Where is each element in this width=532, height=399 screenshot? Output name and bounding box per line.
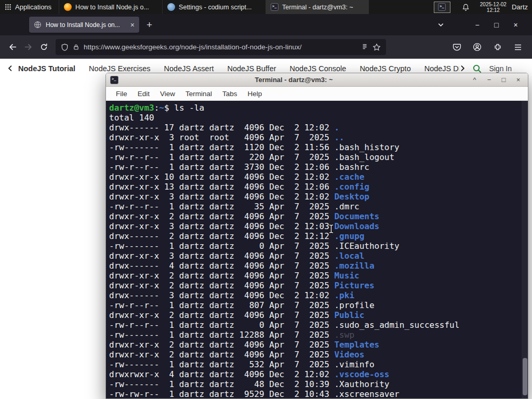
terminal-maximize-button[interactable]: □ bbox=[498, 76, 509, 84]
site-nav-item[interactable]: NodeJS Console bbox=[290, 64, 347, 73]
site-nav-item[interactable]: NodeJS Tutorial bbox=[18, 64, 75, 73]
file-attrs: drwxr-xr-x 3 dartz dartz 4096 Dec 2 12:0… bbox=[109, 192, 334, 202]
file-attrs: -rw------- 1 dartz dartz 12288 Apr 7 202… bbox=[109, 330, 334, 340]
menu-view[interactable]: View bbox=[155, 90, 180, 98]
site-nav-item[interactable]: NodeJS DNS bbox=[424, 64, 460, 73]
terminal-icon bbox=[438, 3, 446, 11]
firefox-icon bbox=[64, 3, 72, 11]
terminal-scrollbar-thumb[interactable] bbox=[523, 358, 527, 395]
terminal-line: drwxr-xr-x 3 dartz dartz 4096 Apr 7 2025… bbox=[109, 251, 521, 261]
bookmark-star-icon[interactable] bbox=[373, 43, 381, 51]
file-attrs: -rw------- 1 dartz dartz 48 Dec 2 10:39 bbox=[109, 379, 334, 389]
file-attrs: -rw-r--r-- 1 dartz dartz 807 Apr 7 2025 bbox=[109, 300, 334, 310]
file-attrs: -rw------- 1 dartz dartz 0 Apr 7 2025 bbox=[109, 241, 334, 251]
nav-chevron-right-icon[interactable] bbox=[459, 64, 466, 72]
taskbar-window-firefox[interactable]: How to Install Node.js o... bbox=[59, 0, 162, 14]
menu-tabs[interactable]: Tabs bbox=[217, 90, 243, 98]
reader-mode-icon[interactable] bbox=[361, 43, 368, 51]
forward-button[interactable] bbox=[20, 39, 36, 55]
file-name: .bash_logout bbox=[334, 152, 394, 162]
browser-maximize-button[interactable]: □ bbox=[487, 21, 506, 29]
terminal-close-button[interactable]: × bbox=[513, 76, 524, 84]
file-attrs: drwxr-xr-x 2 dartz dartz 4096 Apr 7 2025 bbox=[109, 350, 334, 360]
terminal-shade-button[interactable]: ^ bbox=[469, 76, 480, 84]
site-nav-item[interactable]: NodeJS Assert bbox=[164, 64, 214, 73]
tracking-protection-shield-icon[interactable] bbox=[61, 43, 69, 51]
terminal-line: drwxr-xr-x 2 dartz dartz 4096 Apr 7 2025… bbox=[109, 271, 521, 281]
browser-close-button[interactable]: × bbox=[506, 21, 525, 29]
terminal-minimize-button[interactable]: − bbox=[484, 76, 495, 84]
applications-grid-icon bbox=[5, 4, 11, 10]
sign-in-button[interactable]: Sign In bbox=[489, 64, 512, 73]
menu-terminal[interactable]: Terminal bbox=[180, 90, 217, 98]
taskbar-window-title: How to Install Node.js o... bbox=[75, 4, 149, 11]
extensions-puzzle-icon bbox=[494, 43, 502, 51]
menu-file[interactable]: File bbox=[111, 90, 132, 98]
terminal-line: -rw-r--r-- 1 dartz dartz 807 Apr 7 2025 … bbox=[109, 300, 521, 310]
search-icon[interactable] bbox=[472, 64, 482, 73]
browser-tab[interactable]: How to Install Node.js on... × bbox=[29, 17, 139, 33]
file-name: Documents bbox=[334, 211, 379, 221]
new-tab-button[interactable]: + bbox=[147, 20, 152, 30]
terminal-line: drwx------ 2 dartz dartz 4096 Dec 2 12:1… bbox=[109, 231, 521, 241]
terminal-line: -rw-r--r-- 1 dartz dartz 0 Apr 7 2025 .s… bbox=[109, 320, 521, 330]
back-button[interactable] bbox=[5, 39, 20, 55]
file-name: Pictures bbox=[334, 281, 374, 290]
taskbar-window-settings[interactable]: Settings - codium script... bbox=[162, 0, 265, 14]
terminal-line: drwx------ 17 dartz dartz 4096 Dec 2 12:… bbox=[109, 123, 521, 132]
terminal-screen[interactable]: dartz@vm3:~$ ls -la total 140 drwx------… bbox=[106, 101, 528, 398]
prompt-symbol: $ bbox=[164, 103, 174, 113]
file-attrs: -rw-r--r-- 1 dartz dartz 3730 Dec 2 12:0… bbox=[109, 162, 334, 172]
file-name: .ICEauthority bbox=[334, 241, 399, 251]
file-name: .cache bbox=[334, 172, 364, 182]
menu-button[interactable] bbox=[509, 39, 526, 55]
clock[interactable]: 2025-12-02 12:12 bbox=[480, 2, 507, 13]
window-controls: − □ × bbox=[437, 21, 532, 29]
file-attrs: drwxr-xr-x 3 root root 4096 Apr 7 2025 bbox=[109, 132, 334, 142]
notifications-bell-icon[interactable] bbox=[462, 3, 470, 11]
site-nav-item[interactable]: NodeJS Exercises bbox=[89, 64, 150, 73]
url-text[interactable]: https://www.geeksforgeeks.org/node-js/in… bbox=[84, 43, 357, 51]
pocket-save-button[interactable] bbox=[448, 39, 466, 55]
tray-terminal-button[interactable] bbox=[434, 2, 450, 13]
terminal-scrollbar[interactable] bbox=[522, 101, 528, 398]
file-name: .bash_history bbox=[334, 142, 399, 152]
extensions-button[interactable] bbox=[489, 39, 506, 55]
browser-toolbar: https://www.geeksforgeeks.org/node-js/in… bbox=[0, 35, 532, 59]
file-attrs: drwxr-xr-x 2 dartz dartz 4096 Apr 7 2025 bbox=[109, 211, 334, 221]
account-person-icon bbox=[473, 43, 482, 51]
terminal-menubar: FileEditViewTerminalTabsHelp bbox=[106, 87, 528, 101]
terminal-line: drwxr-xr-x 3 dartz dartz 4096 Dec 2 12:0… bbox=[109, 192, 521, 202]
list-tabs-chevron-down-icon[interactable] bbox=[437, 21, 445, 29]
back-arrow-icon bbox=[8, 43, 17, 51]
browser-tab-bar: How to Install Node.js on... × + − □ × bbox=[0, 14, 532, 35]
account-button[interactable] bbox=[469, 39, 486, 55]
file-attrs: -rw-rw-r-- 1 dartz dartz 9529 Dec 2 10:4… bbox=[109, 389, 334, 398]
reload-button[interactable] bbox=[36, 39, 51, 55]
nav-chevron-left-icon[interactable] bbox=[7, 64, 14, 72]
file-name: .viminfo bbox=[334, 360, 374, 369]
file-attrs: drwx------ 2 dartz dartz 4096 Dec 2 12:1… bbox=[109, 231, 334, 241]
site-nav-item[interactable]: NodeJS Crypto bbox=[360, 64, 410, 73]
applications-label: Applications bbox=[15, 3, 51, 11]
terminal-titlebar[interactable]: Terminal - dartz@vm3: ~ ^ − □ × bbox=[106, 73, 528, 87]
file-attrs: -rw-r--r-- 1 dartz dartz 0 Apr 7 2025 bbox=[109, 320, 334, 330]
menu-edit[interactable]: Edit bbox=[132, 90, 155, 98]
tab-close-icon[interactable]: × bbox=[130, 21, 135, 29]
terminal-total-line: total 140 bbox=[109, 113, 521, 123]
file-name: .swp bbox=[334, 330, 354, 340]
site-nav-item[interactable]: NodeJS Buffer bbox=[228, 64, 276, 73]
terminal-line: drwxr-xr-x 3 root root 4096 Apr 7 2025 .… bbox=[109, 132, 521, 142]
url-bar[interactable]: https://www.geeksforgeeks.org/node-js/in… bbox=[56, 39, 386, 55]
forward-arrow-icon bbox=[24, 43, 33, 51]
taskbar-window-terminal[interactable]: Terminal - dartz@vm3: ~ bbox=[265, 0, 369, 14]
lock-icon[interactable] bbox=[73, 43, 79, 51]
terminal-title: Terminal - dartz@vm3: ~ bbox=[122, 76, 466, 84]
menu-help[interactable]: Help bbox=[243, 90, 268, 98]
browser-minimize-button[interactable]: − bbox=[468, 21, 487, 29]
user-menu[interactable]: Dartz bbox=[512, 3, 528, 11]
prompt-user-host: dartz@vm3 bbox=[109, 103, 154, 113]
applications-menu-button[interactable]: Applications bbox=[0, 0, 59, 14]
site-nav-items: NodeJS TutorialNodeJS ExercisesNodeJS As… bbox=[18, 64, 459, 73]
file-attrs: drwx------ 17 dartz dartz 4096 Dec 2 12:… bbox=[109, 123, 334, 132]
